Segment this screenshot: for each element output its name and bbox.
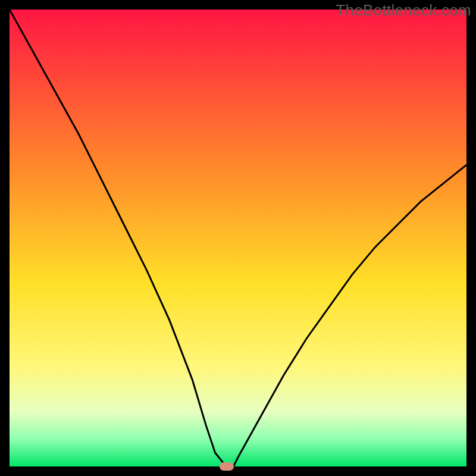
curve-line <box>10 10 466 466</box>
min-marker <box>220 462 234 471</box>
bottleneck-curve <box>10 10 466 466</box>
plot-area <box>10 10 466 466</box>
watermark-text: TheBottleneck.com <box>336 1 471 20</box>
chart-frame: TheBottleneck.com <box>0 0 476 476</box>
